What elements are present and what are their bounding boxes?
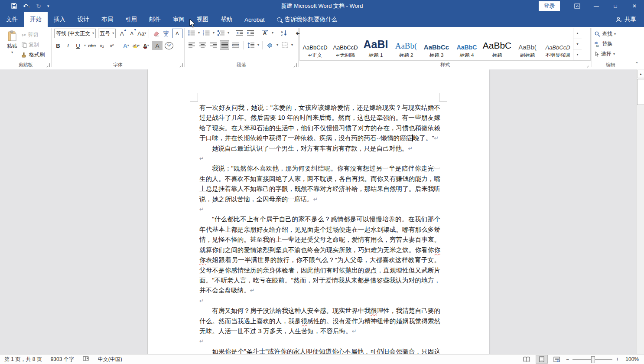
- clear-formatting-button[interactable]: [152, 29, 160, 38]
- collapse-ribbon-icon[interactable]: ⌃: [635, 61, 639, 67]
- web-layout-button[interactable]: [551, 355, 563, 363]
- zoom-slider[interactable]: [572, 359, 612, 360]
- decrease-indent-button[interactable]: [235, 29, 244, 37]
- paste-dropdown-icon[interactable]: ▾: [11, 51, 13, 54]
- language-status[interactable]: 中文(中国): [94, 356, 127, 363]
- style-title[interactable]: AaBbC标题: [482, 28, 512, 60]
- undo-button[interactable]: ↶▾: [23, 3, 30, 9]
- style-normal[interactable]: AaBbCcD↵正文: [300, 28, 330, 60]
- dropdown-icon[interactable]: ▾: [112, 32, 114, 35]
- numbering-button[interactable]: 123: [202, 29, 211, 37]
- style-heading2[interactable]: AaBb(标题 2: [391, 28, 421, 60]
- tab-help[interactable]: 帮助: [215, 12, 238, 27]
- zoom-out-button[interactable]: −: [566, 356, 569, 362]
- style-heading4[interactable]: AaBbC标题 4: [452, 28, 482, 60]
- read-mode-button[interactable]: [521, 355, 532, 363]
- print-layout-button[interactable]: [536, 355, 548, 364]
- minimize-button[interactable]: —: [587, 0, 606, 12]
- asian-layout-button[interactable]: A: [261, 29, 270, 37]
- distribute-button[interactable]: [231, 41, 240, 49]
- increase-indent-button[interactable]: [246, 29, 255, 37]
- subscript-button[interactable]: x₂: [98, 41, 106, 50]
- font-name-combo[interactable]: 等线 (中文正文▾: [54, 29, 96, 38]
- grow-font-button[interactable]: A▲: [118, 29, 126, 38]
- paste-button[interactable]: 粘贴 ▾: [3, 29, 22, 61]
- styles-more-icon[interactable]: ▾: [573, 49, 582, 60]
- underline-dropdown-icon[interactable]: ▾: [84, 44, 86, 47]
- shrink-font-button[interactable]: A▼: [128, 29, 136, 38]
- zoom-slider-thumb[interactable]: [591, 356, 595, 363]
- bullets-button[interactable]: [187, 29, 196, 37]
- superscript-button[interactable]: x²: [108, 41, 116, 50]
- tab-review[interactable]: 审阅: [167, 12, 191, 27]
- word-count-status[interactable]: 9303 个字: [46, 356, 78, 363]
- save-icon[interactable]: [11, 3, 17, 10]
- signin-button[interactable]: 登录: [539, 1, 560, 11]
- scroll-up-icon[interactable]: ▲: [637, 70, 644, 78]
- maximize-button[interactable]: □: [606, 0, 625, 12]
- replace-button[interactable]: abac替换: [595, 40, 616, 48]
- proofing-status-icon[interactable]: [78, 356, 94, 363]
- text-highlight-button[interactable]: ab▾: [132, 41, 140, 50]
- style-subtle-emphasis[interactable]: AaBbCcD不明显强调: [543, 28, 573, 60]
- dropdown-icon[interactable]: ▾: [92, 32, 94, 35]
- font-dialog-launcher[interactable]: [179, 63, 183, 67]
- justify-button[interactable]: [220, 40, 229, 50]
- align-left-button[interactable]: [187, 41, 196, 49]
- tab-references[interactable]: 引用: [119, 12, 143, 27]
- style-no-spacing[interactable]: AaBbCcD↵无间隔: [330, 28, 361, 60]
- sort-button[interactable]: AZ: [280, 29, 288, 37]
- close-button[interactable]: ✕: [625, 0, 644, 12]
- paragraph-dialog-launcher[interactable]: [293, 63, 297, 67]
- tab-home[interactable]: 开始: [24, 12, 48, 27]
- character-shading-button[interactable]: A: [152, 41, 163, 50]
- undo-dropdown-icon[interactable]: ▾: [28, 5, 30, 9]
- vertical-scrollbar[interactable]: ▲: [636, 69, 644, 354]
- scrollbar-thumb[interactable]: [637, 79, 644, 105]
- tab-view[interactable]: 视图: [191, 12, 215, 27]
- select-button[interactable]: 选择▾: [595, 50, 616, 58]
- tab-design[interactable]: 设计: [72, 12, 95, 27]
- qat-customize-icon[interactable]: ▾: [47, 4, 49, 8]
- zoom-in-button[interactable]: +: [616, 356, 619, 362]
- page-number-status[interactable]: 第 1 页，共 8 页: [0, 356, 46, 363]
- paragraph: "什么都比不上有个属于自己的家不是么？感情都是可以慢慢培养的。在我们那个年代基本…: [199, 214, 440, 295]
- text-effects-button[interactable]: A▾: [122, 41, 130, 50]
- style-heading3[interactable]: AaBbCc标题 3: [421, 28, 452, 60]
- format-painter-button[interactable]: 格式刷: [22, 51, 45, 59]
- document-page[interactable]: 有一次好友问我，她说："亲爱的，女孩应该嫁给爱情，还是嫁给现实？与现实结婚不过是…: [147, 69, 489, 354]
- bold-button[interactable]: B: [54, 41, 62, 50]
- ribbon-display-options-icon[interactable]: [568, 0, 587, 12]
- styles-scroll-up-icon[interactable]: ▲: [573, 28, 582, 39]
- strikethrough-button[interactable]: abc: [88, 41, 96, 50]
- align-center-button[interactable]: [198, 41, 207, 49]
- tab-mailings[interactable]: 邮件: [143, 12, 167, 27]
- find-button[interactable]: 查找▾: [595, 30, 616, 38]
- italic-button[interactable]: I: [64, 41, 72, 50]
- underline-button[interactable]: U: [74, 41, 82, 50]
- tab-layout[interactable]: 布局: [95, 12, 119, 27]
- style-subtitle[interactable]: AaBb(副标题: [512, 28, 543, 60]
- phonetic-guide-button[interactable]: wén文: [162, 29, 170, 38]
- tell-me-search[interactable]: 告诉我你想要做什么: [271, 12, 344, 27]
- enclose-characters-button[interactable]: 字: [165, 42, 173, 49]
- tab-acrobat[interactable]: Acrobat: [238, 12, 271, 27]
- font-size-combo[interactable]: 五号▾: [98, 29, 116, 38]
- multilevel-list-button[interactable]: [217, 29, 225, 37]
- shading-button[interactable]: [266, 41, 274, 49]
- tab-insert[interactable]: 插入: [48, 12, 72, 27]
- font-color-button[interactable]: A▾: [142, 41, 150, 50]
- style-heading1[interactable]: AaBI标题 1: [361, 28, 391, 60]
- borders-button[interactable]: [280, 41, 289, 49]
- change-case-button[interactable]: Aa▾: [138, 29, 146, 38]
- line-spacing-button[interactable]: [247, 41, 255, 49]
- align-right-button[interactable]: [209, 41, 218, 49]
- styles-dialog-launcher[interactable]: [586, 63, 590, 67]
- zoom-level[interactable]: 100%: [622, 356, 639, 362]
- clipboard-dialog-launcher[interactable]: [46, 63, 50, 67]
- styles-scroll-down-icon[interactable]: ▼: [573, 39, 582, 50]
- tab-file[interactable]: 文件: [0, 12, 24, 27]
- share-button[interactable]: 共享: [608, 12, 644, 27]
- paste-label: 粘贴: [7, 43, 17, 50]
- character-border-button[interactable]: A: [172, 29, 182, 38]
